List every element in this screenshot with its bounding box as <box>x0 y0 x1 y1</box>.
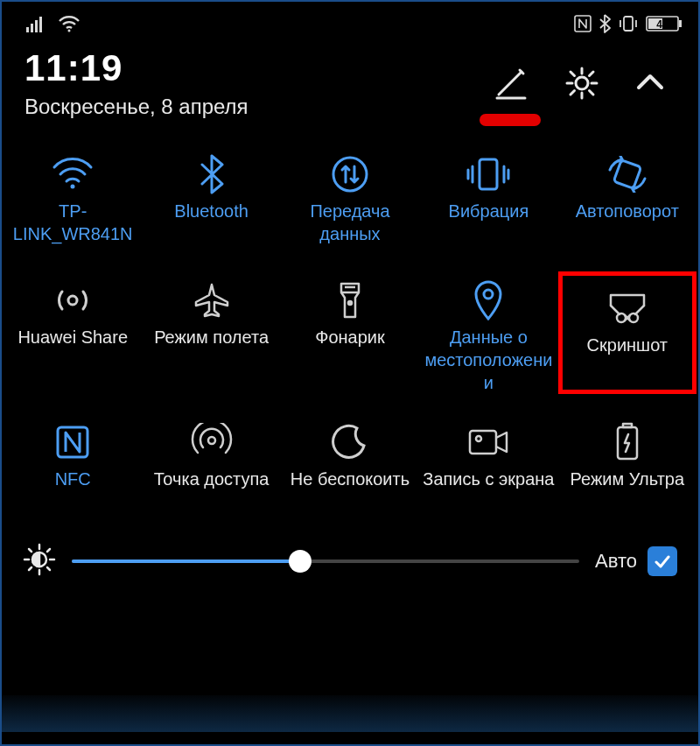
svg-line-20 <box>590 91 594 95</box>
tile-screenshot[interactable]: Скриншот <box>558 271 696 394</box>
nfc-status-icon <box>574 15 592 32</box>
settings-button[interactable] <box>564 65 600 102</box>
tile-label: Не беспокоить <box>289 468 411 513</box>
slider-thumb[interactable] <box>289 550 312 573</box>
nfc-icon <box>54 417 91 468</box>
svg-line-22 <box>590 72 594 76</box>
tile-label: TP-LINK_WR841N <box>4 200 142 245</box>
svg-point-34 <box>348 301 352 305</box>
svg-point-35 <box>484 290 493 299</box>
svg-rect-30 <box>613 160 640 189</box>
header: 11:19 Воскресенье, 8 апреля <box>2 42 698 131</box>
ultra-icon <box>614 417 640 468</box>
tile-hotspot[interactable]: Точка доступа <box>142 413 280 520</box>
tile-label: Режим полета <box>152 326 270 371</box>
brightness-row: Авто <box>2 525 698 595</box>
svg-line-21 <box>570 91 575 95</box>
bluetooth-icon <box>199 149 225 200</box>
tile-label: Данные о местоположении <box>419 326 557 394</box>
quick-settings-panel: 48 11:19 Воскресенье, 8 апреля <box>2 2 698 744</box>
svg-line-52 <box>47 549 50 552</box>
tile-label: Bluetooth <box>172 200 250 245</box>
tile-label: Huawei Share <box>16 326 130 371</box>
edit-button[interactable] <box>490 63 530 103</box>
collapse-button[interactable] <box>634 67 667 100</box>
brightness-icon <box>23 543 56 580</box>
svg-rect-10 <box>679 20 682 27</box>
wifi-status-icon <box>58 15 80 32</box>
svg-text:48: 48 <box>656 18 668 31</box>
tile-dnd[interactable]: Не беспокоить <box>281 413 419 520</box>
tile-label: Скриншот <box>585 334 669 379</box>
edit-highlight <box>480 114 541 126</box>
brightness-slider[interactable] <box>72 560 579 563</box>
svg-point-41 <box>476 436 481 441</box>
time: 11:19 <box>24 47 248 89</box>
svg-rect-43 <box>623 424 632 427</box>
location-icon <box>472 275 504 326</box>
svg-point-23 <box>71 185 75 189</box>
svg-rect-40 <box>470 431 496 454</box>
tile-location[interactable]: Данные о местоположении <box>419 271 557 394</box>
svg-rect-3 <box>39 17 42 32</box>
tile-screen-record[interactable]: Запись с экрана <box>419 413 557 520</box>
signal-icon <box>26 15 49 32</box>
vibrate-status-icon <box>618 15 639 32</box>
svg-point-24 <box>333 158 367 191</box>
tile-huawei-share[interactable]: Huawei Share <box>4 271 142 394</box>
tile-label: Фонарик <box>313 326 387 371</box>
tile-airplane[interactable]: Режим полета <box>142 271 280 394</box>
airplane-icon <box>192 275 231 326</box>
tile-wifi[interactable]: TP-LINK_WR841N <box>4 145 142 252</box>
tile-bluetooth[interactable]: Bluetooth <box>142 145 280 252</box>
svg-line-49 <box>29 549 32 552</box>
hotspot-icon <box>191 417 233 468</box>
autorotate-icon <box>605 149 650 200</box>
huawei-share-icon <box>50 275 95 326</box>
svg-point-4 <box>68 30 71 32</box>
status-right: 48 <box>574 14 682 33</box>
tile-label: Режим Ультра <box>569 468 687 513</box>
svg-line-50 <box>47 567 50 570</box>
tile-label: Запись с экрана <box>421 468 556 513</box>
battery-icon: 48 <box>646 15 682 32</box>
slider-fill <box>72 560 300 563</box>
svg-rect-0 <box>26 27 29 32</box>
wifi-icon <box>51 149 94 200</box>
svg-point-39 <box>208 437 215 444</box>
tile-nfc[interactable]: NFC <box>4 413 142 520</box>
auto-checkbox[interactable] <box>648 546 677 576</box>
svg-rect-6 <box>624 17 633 31</box>
tile-mobile-data[interactable]: Передача данных <box>281 145 419 252</box>
flashlight-icon <box>336 275 364 326</box>
screen-record-icon <box>466 417 510 468</box>
tile-label: NFC <box>53 468 93 513</box>
tile-vibration[interactable]: Вибрация <box>419 145 557 252</box>
svg-point-14 <box>576 77 588 89</box>
status-left <box>26 15 80 32</box>
dnd-icon <box>331 417 369 468</box>
bottom-accent <box>2 695 698 732</box>
svg-line-51 <box>29 567 32 570</box>
tile-flashlight[interactable]: Фонарик <box>281 271 419 394</box>
quick-tiles: TP-LINK_WR841N Bluetooth Передача данных… <box>2 131 698 525</box>
auto-label: Авто <box>595 550 637 573</box>
screenshot-icon <box>606 283 649 334</box>
tile-label: Точка доступа <box>152 468 271 513</box>
tile-label: Вибрация <box>447 200 531 245</box>
header-clock: 11:19 Воскресенье, 8 апреля <box>24 47 248 119</box>
svg-rect-2 <box>35 20 38 32</box>
vibration-icon <box>465 149 512 200</box>
bluetooth-status-icon <box>598 14 611 33</box>
date: Воскресенье, 8 апреля <box>24 95 248 119</box>
status-bar: 48 <box>2 2 698 42</box>
data-transfer-icon <box>330 149 370 200</box>
auto-brightness-toggle[interactable]: Авто <box>595 546 677 576</box>
tile-label: Передача данных <box>281 200 419 245</box>
svg-point-31 <box>68 296 77 305</box>
svg-line-19 <box>570 72 575 76</box>
tile-ultra[interactable]: Режим Ультра <box>558 413 696 520</box>
svg-rect-25 <box>480 159 497 189</box>
header-actions <box>490 63 676 103</box>
tile-autorotate[interactable]: Автоповорот <box>558 145 696 252</box>
